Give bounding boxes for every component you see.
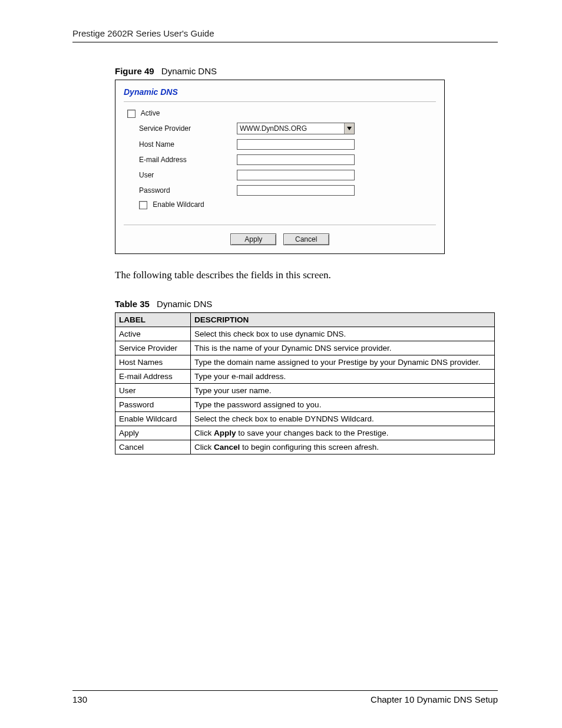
table-header-label: LABEL (115, 312, 191, 327)
bold-term: Cancel (214, 443, 240, 452)
table-cell-label: Cancel (115, 440, 191, 454)
body-paragraph: The following table describes the fields… (115, 269, 498, 281)
host-name-label: Host Name (127, 140, 233, 149)
user-input[interactable] (237, 170, 355, 180)
active-checkbox[interactable] (127, 110, 135, 118)
table-cell-label: Apply (115, 426, 191, 440)
button-row: Apply Cancel (124, 233, 436, 245)
table-row: CancelClick Cancel to begin configuring … (115, 440, 495, 454)
enable-wildcard-label: Enable Wildcard (153, 200, 204, 209)
table-cell-description: Type your e-mail address. (191, 369, 495, 383)
svg-marker-0 (347, 127, 352, 130)
user-label: User (127, 171, 233, 179)
apply-button[interactable]: Apply (230, 233, 276, 245)
figure-caption-title: Dynamic DNS (161, 66, 217, 76)
table-cell-description: Click Apply to save your changes back to… (191, 426, 495, 440)
chevron-down-icon (344, 123, 354, 134)
table-cell-label: User (115, 383, 191, 397)
table-row: Host NamesType the domain name assigned … (115, 355, 495, 369)
table-cell-description: This is the name of your Dynamic DNS ser… (191, 341, 495, 355)
active-label: Active (141, 109, 160, 117)
page-number: 130 (72, 694, 87, 704)
table-cell-description: Type your user name. (191, 383, 495, 397)
description-table: LABEL DESCRIPTION ActiveSelect this chec… (115, 312, 495, 454)
table-row: UserType your user name. (115, 383, 495, 397)
password-input[interactable] (237, 185, 355, 196)
figure-dynamic-dns-panel: Dynamic DNS Active Service Provider WWW.… (115, 80, 445, 254)
figure-caption-number: Figure 49 (115, 66, 154, 76)
table-cell-description: Click Cancel to begin configuring this s… (191, 440, 495, 454)
host-name-input[interactable] (237, 139, 355, 150)
table-row: Service ProviderThis is the name of your… (115, 341, 495, 355)
table-row: ActiveSelect this check box to use dynam… (115, 327, 495, 341)
table-header-row: LABEL DESCRIPTION (115, 312, 495, 327)
table-cell-description: Select the check box to enable DYNDNS Wi… (191, 411, 495, 426)
running-head: Prestige 2602R Series User's Guide (72, 28, 498, 42)
page-footer: 130 Chapter 10 Dynamic DNS Setup (72, 690, 498, 704)
chapter-title: Chapter 10 Dynamic DNS Setup (371, 694, 498, 704)
divider (124, 225, 436, 225)
email-input[interactable] (237, 154, 355, 165)
table-cell-label: E-mail Address (115, 369, 191, 383)
service-provider-value: WWW.DynDNS.ORG (240, 124, 307, 133)
divider (124, 101, 436, 102)
service-provider-select[interactable]: WWW.DynDNS.ORG (237, 123, 355, 134)
table-cell-label: Password (115, 397, 191, 411)
table-cell-description: Select this check box to use dynamic DNS… (191, 327, 495, 341)
table-cell-label: Enable Wildcard (115, 411, 191, 426)
panel-title: Dynamic DNS (124, 85, 436, 101)
table-row: ApplyClick Apply to save your changes ba… (115, 426, 495, 440)
table-header-description: DESCRIPTION (191, 312, 495, 327)
cancel-button[interactable]: Cancel (283, 233, 329, 245)
service-provider-label: Service Provider (127, 124, 233, 133)
table-row: Enable WildcardSelect the check box to e… (115, 411, 495, 426)
bold-term: Apply (214, 429, 236, 437)
table-cell-label: Host Names (115, 355, 191, 369)
active-row: Active (127, 109, 233, 118)
password-label: Password (127, 186, 233, 195)
table-cell-description: Type the password assigned to you. (191, 397, 495, 411)
enable-wildcard-row: Enable Wildcard (127, 200, 233, 209)
table-cell-description: Type the domain name assigned to your Pr… (191, 355, 495, 369)
table-cell-label: Active (115, 327, 191, 341)
table-row: E-mail AddressType your e-mail address. (115, 369, 495, 383)
table-row: PasswordType the password assigned to yo… (115, 397, 495, 411)
table-cell-label: Service Provider (115, 341, 191, 355)
figure-caption: Figure 49 Dynamic DNS (115, 66, 498, 76)
table-caption-title: Dynamic DNS (157, 299, 212, 309)
email-label: E-mail Address (127, 156, 233, 164)
enable-wildcard-checkbox[interactable] (139, 201, 147, 209)
table-caption: Table 35 Dynamic DNS (115, 299, 498, 309)
table-caption-number: Table 35 (115, 299, 150, 309)
